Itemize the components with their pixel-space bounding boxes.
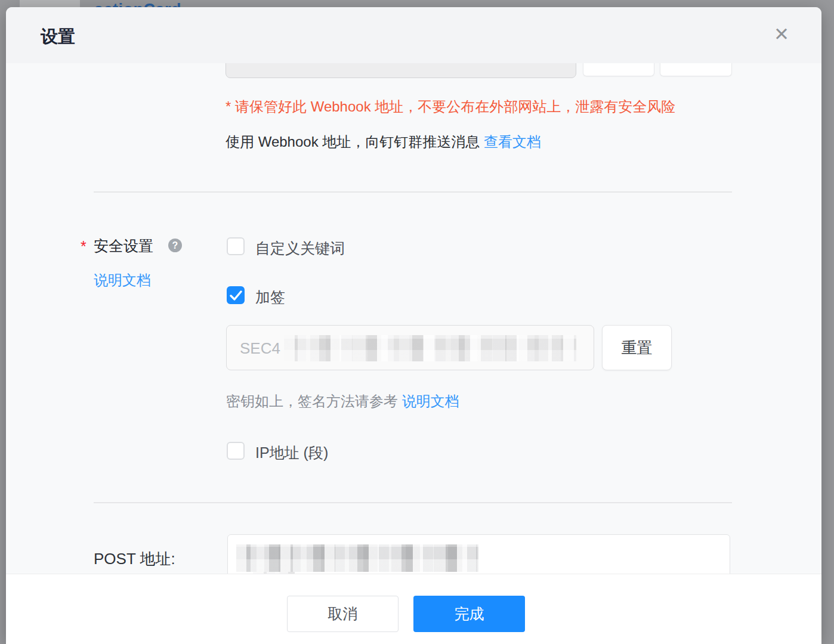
redacted-secret-value xyxy=(284,335,576,361)
section-divider xyxy=(94,502,732,503)
webhook-usage-text: 使用 Webhook 地址，向钉钉群推送消息 查看文档 xyxy=(226,133,541,151)
section-divider xyxy=(94,191,732,193)
secret-key-input[interactable]: SEC4 xyxy=(226,325,594,370)
webhook-reset-button-partial[interactable] xyxy=(660,63,732,76)
webhook-url-input-partial[interactable] xyxy=(226,63,576,78)
modal-header: 设置 ✕ xyxy=(6,7,821,63)
redacted-post-address xyxy=(236,544,478,572)
webhook-warning-text: * 请保管好此 Webhook 地址，不要公布在外部网站上，泄露有安全风险 xyxy=(226,98,675,116)
sign-checkbox[interactable] xyxy=(227,286,245,304)
custom-keyword-checkbox[interactable] xyxy=(227,237,245,255)
secret-key-prefix: SEC4 xyxy=(240,339,280,358)
modal-body: * 请保管好此 Webhook 地址，不要公布在外部网站上，泄露有安全风险 使用… xyxy=(6,63,821,574)
close-icon[interactable]: ✕ xyxy=(770,23,793,47)
security-docs-link[interactable]: 说明文档 xyxy=(94,271,151,290)
sign-label[interactable]: 加签 xyxy=(255,287,285,307)
confirm-button[interactable]: 完成 xyxy=(413,596,525,632)
custom-keyword-label[interactable]: 自定义关键词 xyxy=(255,239,345,258)
help-icon[interactable]: ? xyxy=(168,239,182,252)
secret-hint-docs-link[interactable]: 说明文档 xyxy=(402,393,459,409)
reset-secret-button[interactable]: 重置 xyxy=(602,325,672,370)
required-asterisk: * xyxy=(81,238,87,255)
secret-hint-label: 密钥如上，签名方法请参考 xyxy=(226,393,402,409)
cancel-button[interactable]: 取消 xyxy=(287,596,399,632)
ip-address-checkbox[interactable] xyxy=(227,442,245,460)
post-address-input[interactable] xyxy=(227,534,730,574)
usage-text-label: 使用 Webhook 地址，向钉钉群推送消息 xyxy=(226,134,484,150)
settings-modal: 设置 ✕ * 请保管好此 Webhook 地址，不要公布在外部网站上，泄露有安全… xyxy=(6,7,821,644)
view-docs-link[interactable]: 查看文档 xyxy=(484,134,541,150)
modal-footer: 取消 完成 xyxy=(6,574,821,644)
ip-address-label[interactable]: IP地址 (段) xyxy=(255,443,328,463)
secret-hint-text: 密钥如上，签名方法请参考 说明文档 xyxy=(226,392,459,410)
webhook-copy-button-partial[interactable] xyxy=(583,63,654,76)
post-address-label: POST 地址: xyxy=(94,549,175,569)
modal-title: 设置 xyxy=(41,25,75,49)
checkmark-icon xyxy=(230,290,243,302)
security-settings-label: 安全设置 xyxy=(94,236,153,256)
